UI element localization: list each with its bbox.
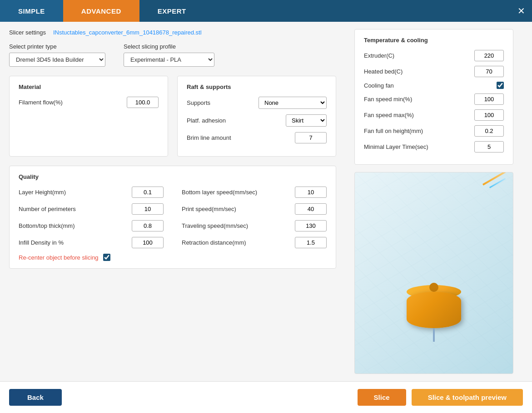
retraction-dist-row: Retraction distance(mm): [182, 237, 327, 248]
bottom-layer-speed-row: Bottom layer speed(mm/sec): [182, 187, 327, 198]
fan-speed-max-row: Fan speed max(%): [364, 109, 504, 121]
brim-input[interactable]: [295, 132, 327, 143]
extruder-row: Extruder(C): [364, 50, 504, 61]
heated-bed-label: Heated bed(C): [364, 68, 403, 75]
supports-row: Supports None Touching buildplate Everyw…: [187, 97, 327, 109]
supports-select[interactable]: None Touching buildplate Everywhere: [259, 97, 327, 109]
minimal-layer-time-row: Minimal Layer Time(sec): [364, 141, 504, 152]
3d-preview: [354, 172, 513, 374]
temp-title: Temperature & cooling: [364, 37, 504, 44]
filament-flow-row: Filament flow(%): [19, 97, 159, 108]
extruder-input[interactable]: [474, 50, 504, 61]
cooling-fan-row: Cooling fan: [364, 82, 504, 89]
material-card: Material Filament flow(%): [9, 76, 168, 157]
slicer-settings-label: Slicer settings: [9, 29, 46, 36]
fan-speed-min-input[interactable]: [474, 93, 504, 105]
right-panel: Temperature & cooling Extruder(C) Heated…: [345, 22, 522, 381]
quality-title: Quality: [19, 173, 327, 180]
layer-height-input[interactable]: [132, 187, 164, 198]
material-raft-row: Material Filament flow(%) Raft & support…: [9, 76, 336, 157]
platf-adhesion-label: Platf. adhesion: [187, 117, 281, 124]
raft-supports-card: Raft & supports Supports None Touching b…: [177, 76, 336, 157]
layer-height-label: Layer Height(mm): [19, 189, 127, 196]
platf-adhesion-select[interactable]: Skirt Brim Raft None: [286, 114, 327, 127]
cylinder-notch: [429, 283, 438, 292]
traveling-speed-row: Traveling speed(mm/sec): [182, 220, 327, 231]
bottom-layer-speed-label: Bottom layer speed(mm/sec): [182, 189, 290, 196]
fan-full-on-height-input[interactable]: [474, 125, 504, 137]
close-button[interactable]: ✕: [510, 0, 532, 22]
quality-grid: Layer Height(mm) Number of perimeters Bo…: [19, 187, 327, 261]
temperature-section: Temperature & cooling Extruder(C) Heated…: [354, 29, 513, 165]
svg-rect-0: [355, 172, 513, 374]
traveling-speed-label: Traveling speed(mm/sec): [182, 222, 290, 229]
bottom-layer-speed-input[interactable]: [295, 187, 327, 198]
num-perimeters-row: Number of perimeters: [19, 203, 164, 215]
fan-speed-max-label: Fan speed max(%): [364, 112, 414, 118]
filament-flow-label: Filament flow(%): [19, 99, 122, 106]
profile-selector-group: Select slicing profile Experimental - PL…: [124, 43, 214, 67]
cylinder-body: [407, 292, 461, 328]
tab-expert[interactable]: EXPERT: [139, 0, 204, 22]
bottom-top-thick-label: Bottom/top thick(mm): [19, 222, 127, 229]
profile-select[interactable]: Experimental - PLA Standard - PLA Fine -…: [124, 53, 214, 67]
slice-preview-button[interactable]: Slice & toolpath preview: [412, 389, 523, 406]
3d-object: [407, 292, 461, 328]
fan-speed-max-input[interactable]: [474, 109, 504, 121]
minimal-layer-time-label: Minimal Layer Time(sec): [364, 143, 428, 150]
selectors-row: Select printer type Dremel 3D45 Idea Bui…: [9, 43, 336, 67]
bottom-bar: Back Slice Slice & toolpath preview: [0, 381, 532, 413]
quality-right-col: Bottom layer speed(mm/sec) Print speed(m…: [182, 187, 327, 261]
preview-pin: [433, 328, 435, 342]
file-name: INstuctables_capconverter_6mm_10418678_r…: [53, 29, 202, 36]
retraction-dist-label: Retraction distance(mm): [182, 239, 290, 246]
cooling-fan-checkbox[interactable]: [497, 82, 504, 89]
extruder-label: Extruder(C): [364, 52, 394, 59]
profile-label: Select slicing profile: [124, 43, 214, 50]
left-panel: Slicer settings INstuctables_capconverte…: [0, 22, 345, 381]
heated-bed-input[interactable]: [474, 66, 504, 77]
layer-height-row: Layer Height(mm): [19, 187, 164, 198]
main-content: Slicer settings INstuctables_capconverte…: [0, 22, 532, 381]
minimal-layer-time-input[interactable]: [474, 141, 504, 152]
printer-label: Select printer type: [9, 43, 105, 50]
slicer-header: Slicer settings INstuctables_capconverte…: [9, 29, 336, 36]
bottom-top-thick-row: Bottom/top thick(mm): [19, 220, 164, 231]
filament-flow-input[interactable]: [127, 97, 159, 108]
num-perimeters-label: Number of perimeters: [19, 206, 127, 212]
print-speed-row: Print speed(mm/sec): [182, 203, 327, 215]
recenter-label: Re-center object before slicing: [19, 254, 99, 261]
print-speed-label: Print speed(mm/sec): [182, 206, 290, 212]
printer-select[interactable]: Dremel 3D45 Idea Builder Dremel 3D20 Dre…: [9, 53, 105, 67]
preview-grid: [355, 172, 513, 374]
quality-left-col: Layer Height(mm) Number of perimeters Bo…: [19, 187, 164, 261]
material-title: Material: [19, 84, 159, 90]
traveling-speed-input[interactable]: [295, 220, 327, 231]
infill-density-label: Infill Density in %: [19, 239, 127, 246]
supports-label: Supports: [187, 99, 254, 106]
platf-adhesion-row: Platf. adhesion Skirt Brim Raft None: [187, 114, 327, 127]
bottom-top-thick-input[interactable]: [132, 220, 164, 231]
print-speed-input[interactable]: [295, 203, 327, 215]
printer-selector-group: Select printer type Dremel 3D45 Idea Bui…: [9, 43, 105, 67]
slice-button[interactable]: Slice: [358, 389, 406, 406]
quality-section: Quality Layer Height(mm) Number of perim…: [9, 166, 336, 269]
retraction-dist-input[interactable]: [295, 237, 327, 248]
fan-speed-min-row: Fan speed min(%): [364, 93, 504, 105]
recenter-row: Re-center object before slicing: [19, 254, 164, 261]
fan-full-on-height-label: Fan full on height(mm): [364, 128, 423, 134]
num-perimeters-input[interactable]: [132, 203, 164, 215]
cooling-fan-label: Cooling fan: [364, 82, 394, 89]
tab-advanced[interactable]: ADVANCED: [63, 0, 139, 22]
back-button[interactable]: Back: [9, 389, 62, 406]
infill-density-row: Infill Density in %: [19, 237, 164, 248]
raft-title: Raft & supports: [187, 84, 327, 90]
tab-bar: SIMPLE ADVANCED EXPERT ✕: [0, 0, 532, 22]
fan-speed-min-label: Fan speed min(%): [364, 96, 412, 103]
infill-density-input[interactable]: [132, 237, 164, 248]
brim-row: Brim line amount: [187, 132, 327, 143]
heated-bed-row: Heated bed(C): [364, 66, 504, 77]
recenter-checkbox[interactable]: [103, 254, 110, 261]
tab-simple[interactable]: SIMPLE: [0, 0, 63, 22]
app-window: SIMPLE ADVANCED EXPERT ✕ Slicer settings…: [0, 0, 532, 413]
